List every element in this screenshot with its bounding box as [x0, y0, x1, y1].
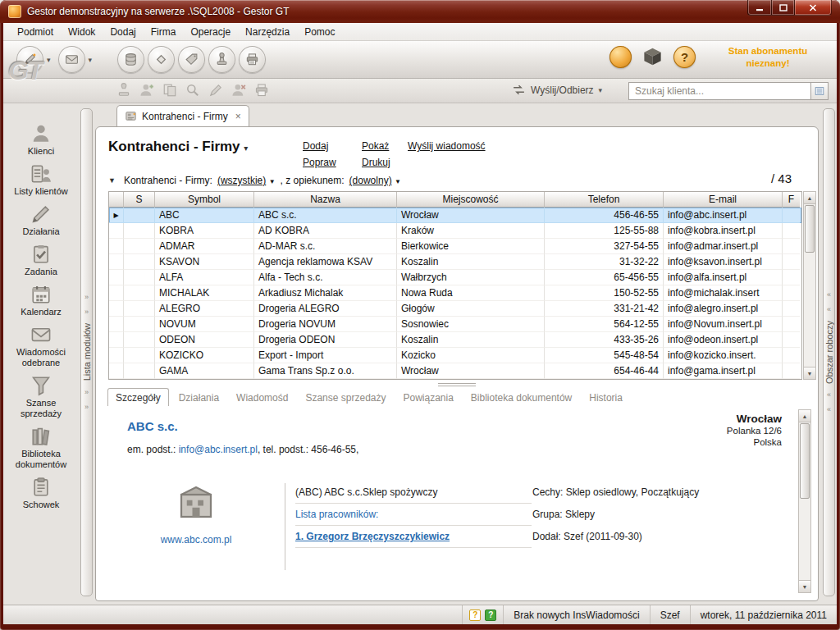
- scrollbar-thumb[interactable]: [800, 423, 810, 499]
- menu-item[interactable]: Operacje: [183, 24, 238, 40]
- search-input[interactable]: [628, 82, 810, 100]
- table-row[interactable]: KOBRAAD KOBRAKraków125-55-88info@kobra.i…: [109, 223, 801, 239]
- table-row[interactable]: KSAVONAgencja reklamowa KSAVKoszalin31-3…: [109, 254, 801, 270]
- status-bar: ? ? Brak nowych InsWiadomości Szef wtore…: [3, 605, 837, 624]
- table-row[interactable]: ▶ABCABC s.c.Wrocław456-46-55info@abc.ins…: [109, 208, 801, 223]
- sidebar-item-listy-klientow[interactable]: Listy klientów: [5, 163, 77, 197]
- column-header-s[interactable]: S: [124, 192, 155, 208]
- database-button[interactable]: [117, 46, 144, 73]
- detail-tab[interactable]: Powiązania: [395, 389, 460, 407]
- quick-duplicate-icon[interactable]: [162, 83, 179, 99]
- details-scrollbar[interactable]: ▲ ▼: [798, 409, 811, 593]
- quick-seal-icon[interactable]: [116, 83, 133, 99]
- package-cube-icon[interactable]: [641, 46, 664, 68]
- sidebar-item-wiadomosci-odebrane[interactable]: Wiadomości odebrane: [5, 324, 77, 368]
- detail-tab[interactable]: Wiadomośd: [229, 389, 295, 407]
- table-row[interactable]: MICHALAKArkadiusz MichalakNowa Ruda150-5…: [109, 285, 801, 301]
- filter-value-caretaker[interactable]: (dowolny) ▼: [349, 175, 401, 186]
- table-row[interactable]: ODEONDrogeria ODEONKoszalin433-35-26info…: [109, 332, 801, 348]
- sidebar-item-zadania[interactable]: Zadania: [5, 244, 77, 277]
- detail-tab[interactable]: Szanse sprzedaży: [298, 389, 393, 407]
- seal-button[interactable]: [208, 46, 235, 73]
- filter-value-all[interactable]: (wszystkie) ▼: [217, 175, 276, 186]
- minimize-button[interactable]: [747, 0, 772, 16]
- detail-tab[interactable]: Działania: [171, 389, 226, 407]
- insmail-status-icon[interactable]: ?: [485, 609, 496, 621]
- tab-kontrahenci-firmy[interactable]: Kontrahenci - Firmy ×: [116, 105, 249, 126]
- chevron-down-icon[interactable]: ▾: [47, 56, 51, 64]
- column-header-symbol[interactable]: Symbol: [155, 192, 254, 208]
- status-message[interactable]: Brak nowych InsWiadomości: [503, 605, 649, 624]
- search-list-button[interactable]: [810, 82, 829, 100]
- detail-tab[interactable]: Szczegóły: [107, 388, 169, 408]
- sidebar-item-szanse-sprzedazy[interactable]: Szanse sprzedaży: [5, 375, 77, 419]
- show-link[interactable]: Pokaż: [362, 140, 390, 152]
- menu-item[interactable]: Narzędzia: [238, 24, 297, 40]
- print-link[interactable]: Drukuj: [362, 157, 390, 168]
- close-button[interactable]: [795, 0, 832, 16]
- contacts-table: SSymbolNazwaMiejscowośćTelefonE-mailF ▶A…: [108, 191, 802, 380]
- sidebar-item-schowek[interactable]: Schowek: [5, 477, 77, 510]
- quick-add-client-icon[interactable]: [139, 83, 156, 99]
- splitter-grip[interactable]: [438, 383, 476, 386]
- send-message-link[interactable]: Wyślij wiadomość: [408, 140, 486, 152]
- filter-toggle-icon[interactable]: ▼: [108, 176, 116, 185]
- quick-print-icon[interactable]: [254, 83, 271, 99]
- sidebar-item-dzialania[interactable]: Działania: [5, 203, 77, 237]
- column-header-telefon[interactable]: Telefon: [545, 192, 664, 208]
- detail-tab[interactable]: Biblioteka dokumentów: [463, 389, 579, 407]
- table-row[interactable]: ADMARAD-MAR s.c.Bierkowice327-54-55info@…: [109, 239, 801, 254]
- table-row[interactable]: ALEGRODrogeria ALEGROGłogów331-21-42info…: [109, 301, 801, 317]
- chevron-down-icon[interactable]: ▾: [89, 56, 93, 64]
- email-link[interactable]: info@abc.insert.pl: [179, 444, 258, 455]
- table-body: ▶ABCABC s.c.Wrocław456-46-55info@abc.ins…: [109, 208, 801, 379]
- column-header-email[interactable]: E-mail: [664, 192, 783, 208]
- tab-close-icon[interactable]: ×: [235, 112, 241, 121]
- table-scrollbar[interactable]: ▲ ▼: [803, 191, 816, 380]
- add-link[interactable]: Dodaj: [303, 140, 336, 152]
- insert-coin-icon[interactable]: [609, 46, 632, 68]
- contact-suffix: , tel. podst.: 456-46-55,: [258, 444, 358, 455]
- title-bar[interactable]: Gestor demonstracyjny na serwerze .\SQL2…: [0, 0, 840, 23]
- table-row[interactable]: NOVUMDrogeria NOVUMSosnowiec564-12-55inf…: [109, 317, 801, 332]
- edit-link[interactable]: Popraw: [303, 157, 336, 168]
- menu-item[interactable]: Firma: [144, 24, 184, 40]
- print-button[interactable]: [239, 46, 266, 73]
- sidebar-item-biblioteka-dokumentow[interactable]: Biblioteka dokumentów: [5, 426, 77, 470]
- workspace-strip[interactable]: « « Obszar roboczy « «: [823, 108, 835, 596]
- website-link[interactable]: www.abc.com.pl: [161, 534, 232, 546]
- column-header[interactable]: [109, 192, 124, 208]
- table-row[interactable]: ALFAAlfa - Tech s.c.Wałbrzych65-456-55in…: [109, 270, 801, 285]
- services-button[interactable]: [148, 46, 175, 73]
- quick-view-icon[interactable]: [185, 83, 202, 99]
- help-status-icon[interactable]: ?: [469, 609, 481, 621]
- send-receive-button[interactable]: Wyślij/Odbierz ▾: [512, 83, 609, 97]
- menu-item[interactable]: Dodaj: [103, 24, 143, 40]
- detail-tab[interactable]: Historia: [582, 389, 630, 407]
- company-name: ABC s.c.: [127, 419, 178, 433]
- sidebar-item-kalendarz[interactable]: Kalendarz: [5, 284, 77, 317]
- quick-edit-icon[interactable]: [208, 83, 225, 99]
- table-row[interactable]: KOZICKOExport - ImportKozicko545-48-54in…: [109, 348, 801, 363]
- menu-item[interactable]: Podmiot: [10, 24, 61, 40]
- sidebar-item-klienci[interactable]: Klienci: [5, 123, 77, 157]
- new-message-button[interactable]: [58, 46, 85, 73]
- cell: [109, 348, 124, 363]
- employee-link[interactable]: 1. Grzegorz Brzęczyszczykiewicz: [295, 531, 450, 542]
- column-header-nazwa[interactable]: Nazwa: [254, 192, 397, 208]
- cell: [783, 301, 800, 317]
- table-row[interactable]: GAMAGama Trans Sp.z o.o.Wrocław654-46-44…: [109, 363, 801, 379]
- price-tags-button[interactable]: [178, 46, 205, 73]
- quick-delete-icon[interactable]: [231, 83, 248, 99]
- help-icon[interactable]: ?: [673, 46, 696, 68]
- menu-item[interactable]: Pomoc: [297, 24, 342, 40]
- column-header-f[interactable]: F: [783, 192, 800, 208]
- maximize-button[interactable]: [772, 0, 795, 16]
- page-title[interactable]: Kontrahenci - Firmy ▾: [108, 139, 248, 155]
- cell: [124, 363, 155, 379]
- scrollbar-thumb[interactable]: [805, 205, 815, 253]
- menu-item[interactable]: Widok: [61, 24, 103, 40]
- column-header-miejscowo[interactable]: Miejscowość: [397, 192, 545, 208]
- module-strip[interactable]: » » Lista modułów » »: [80, 108, 93, 596]
- expand-chevron-icon: »: [84, 308, 89, 316]
